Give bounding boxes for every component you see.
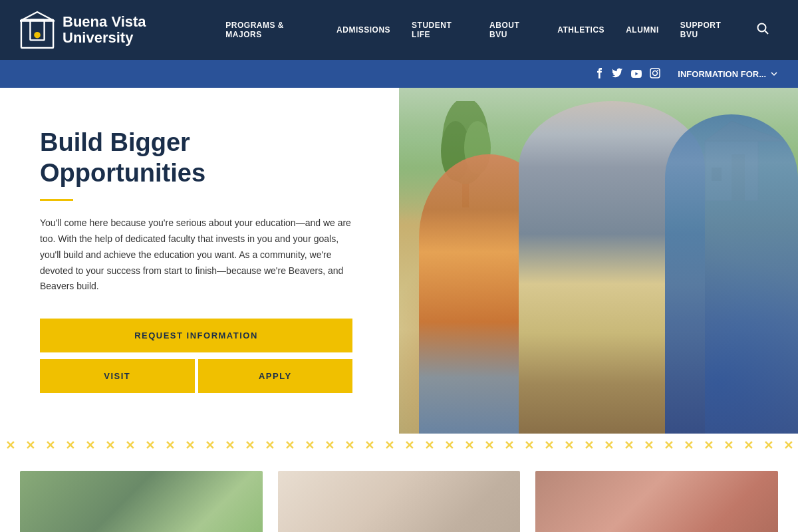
logo-icon	[20, 10, 55, 50]
top-navigation: Buena Vista University PROGRAMS & MAJORS…	[0, 0, 798, 60]
nav-student-life[interactable]: STUDENT LIFE	[401, 14, 479, 46]
svg-point-3	[34, 32, 41, 39]
search-icon	[757, 23, 769, 35]
svg-rect-6	[650, 68, 660, 78]
twitter-icon[interactable]	[612, 68, 623, 80]
thumbnail-1[interactable]	[20, 471, 263, 532]
nav-admissions[interactable]: ADMISSIONS	[326, 19, 401, 41]
x-marks-container: ✕✕✕✕✕✕✕✕✕✕✕✕✕✕✕✕✕✕✕✕✕✕✕✕✕✕✕✕✕✕✕✕✕✕✕✕✕✕✕✕	[0, 434, 798, 458]
nav-alumni[interactable]: ALUMNI	[615, 19, 670, 41]
facebook-icon[interactable]	[594, 68, 604, 80]
chevron-down-icon	[770, 70, 778, 78]
apply-button[interactable]: APPLY	[198, 359, 353, 393]
nav-athletics[interactable]: ATHLETICS	[547, 19, 615, 41]
search-button[interactable]	[747, 16, 778, 44]
logo-text: Buena Vista University	[63, 14, 215, 46]
thumbnails-row	[0, 458, 798, 532]
hero-content: Build Bigger Opportunities You'll come h…	[0, 88, 399, 434]
hero-divider	[40, 199, 73, 201]
hero-body: You'll come here because you're serious …	[40, 215, 359, 295]
visit-apply-row: VISIT APPLY	[40, 359, 352, 393]
svg-line-5	[765, 31, 768, 34]
youtube-icon[interactable]	[631, 68, 642, 80]
secondary-bar: INFORMATION FOR...	[0, 60, 798, 88]
x-pattern-strip: ✕✕✕✕✕✕✕✕✕✕✕✕✕✕✕✕✕✕✕✕✕✕✕✕✕✕✕✕✕✕✕✕✕✕✕✕✕✕✕✕	[0, 434, 798, 458]
main-nav: PROGRAMS & MAJORS ADMISSIONS STUDENT LIF…	[215, 14, 778, 46]
visit-button[interactable]: VISIT	[40, 359, 195, 393]
instagram-icon[interactable]	[650, 68, 660, 80]
nav-programs[interactable]: PROGRAMS & MAJORS	[215, 14, 326, 46]
social-icons	[594, 68, 660, 80]
hero-title: Build Bigger Opportunities	[40, 128, 359, 188]
thumbnail-2[interactable]	[278, 471, 521, 532]
information-for-dropdown[interactable]: INFORMATION FOR...	[678, 69, 778, 79]
hero-photo	[399, 88, 798, 434]
request-info-row: REQUEST INFORMATION	[40, 319, 359, 352]
site-logo[interactable]: Buena Vista University	[20, 10, 215, 50]
student-right-silhouette	[665, 114, 798, 434]
hero-image	[399, 88, 798, 434]
thumbnail-3[interactable]	[535, 471, 778, 532]
nav-support[interactable]: SUPPORT BVU	[670, 14, 747, 46]
svg-point-4	[757, 24, 765, 32]
x-marks-row: ✕✕✕✕✕✕✕✕✕✕✕✕✕✕✕✕✕✕✕✕✕✕✕✕✕✕✕✕✕✕✕✕✕✕✕✕✕✕✕✕	[0, 434, 798, 458]
svg-point-8	[657, 70, 658, 71]
hero-section: Build Bigger Opportunities You'll come h…	[0, 88, 798, 434]
university-name: Buena Vista University	[63, 14, 215, 46]
request-information-button[interactable]: REQUEST INFORMATION	[40, 319, 352, 352]
svg-point-7	[653, 70, 658, 75]
nav-about[interactable]: ABOUT BVU	[479, 14, 547, 46]
